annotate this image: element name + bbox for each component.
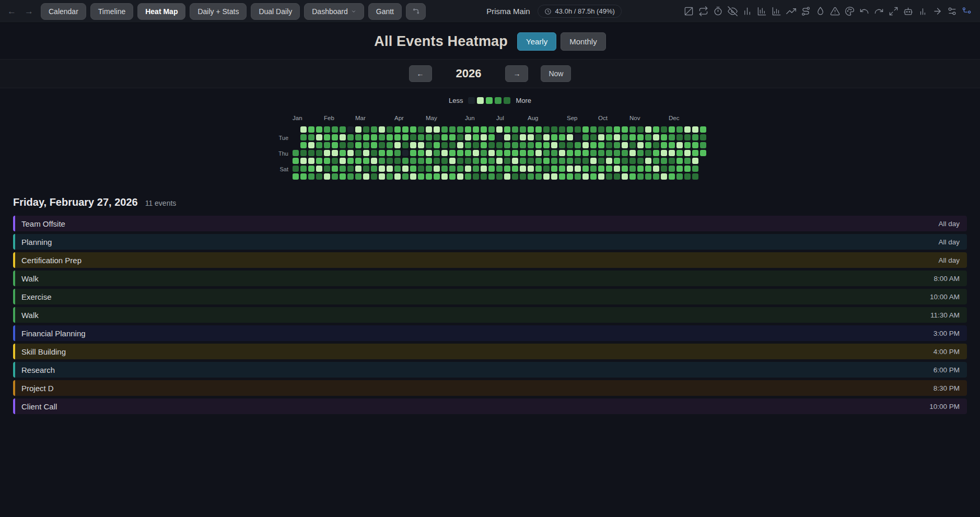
heatmap-cell[interactable] [379,173,385,180]
heatmap-cell[interactable] [559,166,565,172]
expand-icon[interactable] [887,5,900,18]
heatmap-cell[interactable] [559,158,565,164]
heatmap-cell[interactable] [606,166,612,172]
event-row-research[interactable]: Research6:00 PM [13,362,967,378]
heatmap-cell[interactable] [653,158,659,164]
heatmap-cell[interactable] [504,166,510,172]
heatmap-cell[interactable] [316,166,322,172]
heatmap-cell[interactable] [418,126,424,133]
heatmap-cell[interactable] [590,166,597,172]
heatmap-cell[interactable] [434,158,440,164]
heatmap-cell[interactable] [637,126,644,133]
heatmap-cell[interactable] [692,158,698,164]
heatmap-cell[interactable] [629,158,636,164]
heatmap-cell[interactable] [418,166,424,172]
heatmap-cell[interactable] [629,173,636,180]
heatmap-cell[interactable] [347,158,354,164]
heatmap-cell[interactable] [371,134,377,140]
heatmap-cell[interactable] [441,126,448,133]
heatmap-cell[interactable] [504,134,510,140]
heatmap-cell[interactable] [645,134,651,140]
heatmap-cell[interactable] [551,166,557,172]
heatmap-cell[interactable] [308,166,314,172]
heatmap-cell[interactable] [363,173,369,180]
heatmap-cell[interactable] [496,134,503,140]
heatmap-cell[interactable] [684,166,691,172]
heatmap-cell[interactable] [394,173,401,180]
heatmap-cell[interactable] [418,142,424,148]
heatmap-cell[interactable] [496,126,503,133]
heatmap-cell[interactable] [449,134,456,140]
heatmap-cell[interactable] [394,142,401,148]
heatmap-cell[interactable] [645,166,651,172]
heatmap-cell[interactable] [528,173,534,180]
heatmap-cell[interactable] [543,142,550,148]
heatmap-cell[interactable] [387,134,393,140]
heatmap-cell[interactable] [363,142,369,148]
heatmap-cell[interactable] [700,150,706,156]
heatmap-cell[interactable] [300,166,307,172]
heatmap-cell[interactable] [575,142,581,148]
heatmap-cell[interactable] [535,150,542,156]
heatmap-cell[interactable] [457,158,463,164]
heatmap-cell[interactable] [551,134,557,140]
redo-icon[interactable] [872,5,885,18]
tab-heat-map[interactable]: Heat Map [137,3,185,20]
heatmap-cell[interactable] [324,150,330,156]
heatmap-cell[interactable] [582,126,589,133]
heatmap-cell[interactable] [684,173,691,180]
heatmap-cell[interactable] [669,142,675,148]
heatmap-cell[interactable] [324,134,330,140]
heatmap-cell[interactable] [473,150,479,156]
heatmap-cell[interactable] [567,166,573,172]
heatmap-cell[interactable] [504,150,510,156]
heatmap-cell[interactable] [535,158,542,164]
heatmap-cell[interactable] [606,126,612,133]
heatmap-cell[interactable] [332,142,338,148]
heatmap-cell[interactable] [684,134,691,140]
heatmap-cell[interactable] [410,142,416,148]
heatmap-cell[interactable] [653,126,659,133]
heatmap-cell[interactable] [637,166,644,172]
heatmap-cell[interactable] [528,142,534,148]
heatmap-cell[interactable] [300,173,307,180]
heatmap-cell[interactable] [684,158,691,164]
heatmap-cell[interactable] [308,134,314,140]
heatmap-cell[interactable] [316,150,322,156]
heatmap-cell[interactable] [402,150,409,156]
heatmap-cell[interactable] [293,150,299,156]
heatmap-cell[interactable] [598,173,604,180]
heatmap-cell[interactable] [402,126,409,133]
heatmap-cell[interactable] [559,134,565,140]
event-row-team-offsite[interactable]: Team OffsiteAll day [13,216,967,231]
heatmap-cell[interactable] [441,150,448,156]
heatmap-cell[interactable] [535,134,542,140]
heatmap-cell[interactable] [434,134,440,140]
heatmap-cell[interactable] [449,166,456,172]
heatmap-cell[interactable] [300,134,307,140]
heatmap-cell[interactable] [434,150,440,156]
heatmap-cell[interactable] [340,134,346,140]
heatmap-cell[interactable] [308,158,314,164]
heatmap-cell[interactable] [653,150,659,156]
heatmap-cell[interactable] [347,150,354,156]
heatmap-cell[interactable] [582,150,589,156]
heatmap-cell[interactable] [645,126,651,133]
heatmap-cell[interactable] [614,126,620,133]
heatmap-cell[interactable] [567,134,573,140]
heatmap-cell[interactable] [465,150,471,156]
heatmap-cell[interactable] [340,126,346,133]
heatmap-cell[interactable] [543,166,550,172]
heatmap-cell[interactable] [535,142,542,148]
heatmap-cell[interactable] [340,142,346,148]
heatmap-cell[interactable] [653,142,659,148]
heatmap-cell[interactable] [371,150,377,156]
heatmap-cell[interactable] [434,142,440,148]
event-row-certification-prep[interactable]: Certification PrepAll day [13,252,967,268]
eye-off-icon[interactable] [726,5,739,18]
bot-icon[interactable] [902,5,914,18]
heatmap-cell[interactable] [645,173,651,180]
heatmap-cell[interactable] [449,126,456,133]
heatmap-cell[interactable] [394,166,401,172]
heatmap-cell[interactable] [606,158,612,164]
